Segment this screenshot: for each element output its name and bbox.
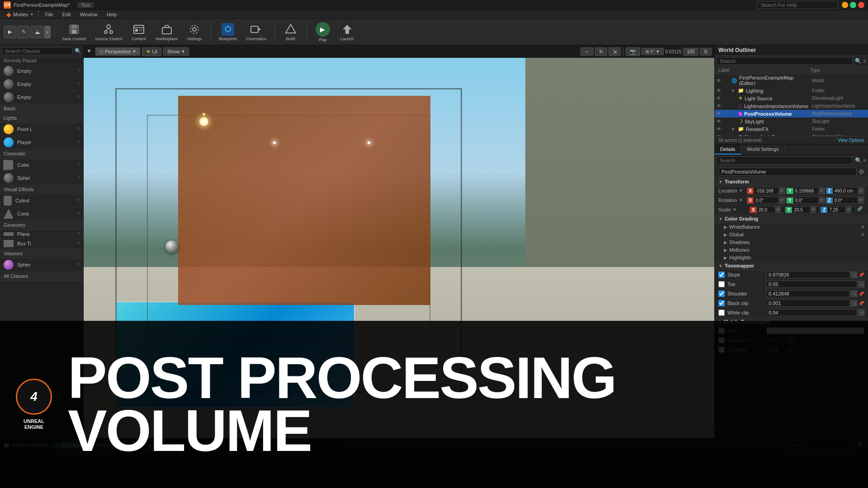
- details-search-icon[interactable]: 🔍: [855, 157, 862, 164]
- slope-checkbox[interactable]: [718, 272, 725, 278]
- search-classes-icon[interactable]: 🔍: [75, 48, 81, 54]
- tree-item-ppv[interactable]: 👁 ◼ PostProcessVolume PostProcessVolume: [715, 110, 868, 117]
- location-z-input[interactable]: Z ↺: [826, 187, 864, 194]
- tree-item-renderfx[interactable]: 👁 ▼ 📁 RenderFX Folder: [715, 125, 868, 133]
- list-item[interactable]: Cube ?: [0, 159, 83, 172]
- outliner-settings-icon[interactable]: ≡: [863, 58, 866, 64]
- white-balance-row[interactable]: ▶ WhiteBalance ↺: [715, 223, 868, 231]
- white-clip-value-input[interactable]: [766, 309, 857, 316]
- rotation-z-field[interactable]: [833, 197, 858, 203]
- rotation-x-reset[interactable]: ↺: [778, 197, 785, 203]
- build-button[interactable]: Build: [279, 21, 302, 43]
- view-options-link[interactable]: View Options: [838, 138, 864, 143]
- tree-item-lighting[interactable]: 👁 ▼ 📁 Lighting Folder: [715, 87, 868, 94]
- scale-x-reset[interactable]: ↺: [775, 206, 781, 213]
- details-search-input[interactable]: [717, 156, 853, 164]
- scale-y-field[interactable]: [792, 207, 810, 213]
- white-clip-slider-btn[interactable]: ◁: [858, 310, 864, 316]
- scale-lock-icon[interactable]: 🔗: [857, 206, 864, 213]
- saturation-value-input[interactable]: [766, 337, 784, 344]
- breadcrumb-content[interactable]: Content: [167, 442, 184, 448]
- help-icon-9[interactable]: ?: [77, 211, 80, 216]
- visibility-icon7[interactable]: 👁: [717, 127, 721, 131]
- scale-x-input[interactable]: X ↺: [750, 206, 784, 213]
- rotation-x-field[interactable]: [754, 197, 778, 203]
- location-x-reset[interactable]: ↺: [778, 188, 785, 194]
- visibility-icon6[interactable]: 👁: [717, 119, 721, 124]
- menu-file[interactable]: File: [41, 10, 58, 19]
- tonemapper-header[interactable]: ▼ Tonemapper: [715, 262, 868, 270]
- source-control-button[interactable]: Source Control: [91, 21, 126, 43]
- help-icon-4[interactable]: ?: [77, 127, 80, 132]
- section-basic[interactable]: Basic: [0, 104, 83, 113]
- minimize-btn[interactable]: [842, 2, 848, 8]
- help-search[interactable]: [757, 1, 838, 9]
- contrast-value-input[interactable]: [766, 346, 784, 353]
- visibility-icon5[interactable]: 👁: [717, 111, 721, 116]
- modes-button[interactable]: ◆ Modes ▼: [2, 10, 39, 19]
- visibility-icon3[interactable]: 👁: [717, 96, 721, 101]
- list-item[interactable]: Cylind ?: [0, 194, 83, 207]
- help-icon-2[interactable]: ?: [77, 82, 80, 87]
- maximize-btn[interactable]: [850, 2, 856, 8]
- tool-expand[interactable]: ›: [44, 26, 51, 38]
- white-clip-checkbox[interactable]: [718, 310, 725, 316]
- help-icon-11[interactable]: ?: [77, 241, 80, 246]
- shadows-row[interactable]: ▶ Shadows: [715, 239, 868, 246]
- saturation-checkbox[interactable]: [718, 337, 725, 343]
- visibility-icon4[interactable]: 👁: [717, 103, 721, 108]
- grid-snap-button[interactable]: ⊞ 5° ▼: [642, 48, 664, 55]
- slope-value-input[interactable]: [766, 271, 850, 278]
- scale-button[interactable]: ⇲: [609, 47, 621, 56]
- help-icon-6[interactable]: ?: [77, 163, 80, 168]
- help-icon-12[interactable]: ?: [77, 263, 80, 267]
- help-icon-1[interactable]: ?: [77, 69, 80, 74]
- section-lights[interactable]: Lights: [0, 113, 83, 123]
- save-all-button[interactable]: Save All: [116, 441, 142, 449]
- shoulder-pin-btn[interactable]: 📌: [858, 291, 864, 297]
- mobile-tonemapper-header[interactable]: ▶ Mobile Tonemapper: [715, 318, 868, 326]
- shoulder-slider-btn[interactable]: ◁: [851, 291, 857, 297]
- scale-z-field[interactable]: [827, 207, 845, 213]
- section-geometry[interactable]: Geometry: [0, 221, 83, 230]
- scale-z-input[interactable]: Z ↺: [821, 206, 855, 213]
- scale-y-input[interactable]: Y ↺: [785, 206, 820, 213]
- outliner-search-input[interactable]: [717, 57, 853, 65]
- content-button[interactable]: Content: [127, 21, 150, 43]
- global-row[interactable]: ▶ Global ↺: [715, 231, 868, 239]
- camera-speed-button[interactable]: 📷: [626, 47, 640, 56]
- content-search-input[interactable]: [783, 441, 856, 449]
- section-visual-effects[interactable]: Visual Effects: [0, 185, 83, 194]
- menu-help[interactable]: Help: [102, 10, 122, 19]
- scale-x-field[interactable]: [757, 207, 775, 213]
- location-z-field[interactable]: [833, 188, 858, 194]
- scale-y-reset[interactable]: ↺: [810, 206, 816, 213]
- add-new-button[interactable]: + Add New ▼: [52, 441, 90, 449]
- rotation-x-input[interactable]: X ↺: [747, 197, 785, 204]
- help-icon-7[interactable]: ?: [77, 176, 80, 181]
- list-item[interactable]: Spher ?: [0, 258, 83, 272]
- settings-button[interactable]: Settings: [183, 21, 206, 43]
- menu-window[interactable]: Window: [75, 10, 102, 19]
- tree-item-fog[interactable]: 👁 ≋ AtmosphericFog AtmosphericFog: [715, 133, 868, 136]
- marketplace-button[interactable]: Marketplace: [152, 21, 181, 43]
- location-z-reset[interactable]: ↺: [858, 188, 864, 194]
- toggle-realtime[interactable]: G: [700, 48, 712, 56]
- location-x-field[interactable]: [754, 188, 778, 194]
- nav-back-button[interactable]: ◂: [144, 440, 154, 450]
- cinematics-button[interactable]: Cinematics: [242, 21, 270, 43]
- transform-section-header[interactable]: ▼ Transform: [715, 178, 868, 186]
- collapse-icon[interactable]: ▼: [731, 89, 735, 93]
- rotation-z-reset[interactable]: ↺: [858, 197, 864, 203]
- close-btn[interactable]: [858, 2, 864, 8]
- list-item[interactable]: Point L ?: [0, 123, 83, 136]
- launch-button[interactable]: Launch: [336, 21, 359, 43]
- list-item[interactable]: Player ?: [0, 136, 83, 149]
- section-cinematic[interactable]: Cinematic: [0, 149, 83, 159]
- rotation-y-reset[interactable]: ↺: [818, 197, 825, 203]
- visibility-icon2[interactable]: 👁: [717, 88, 721, 93]
- toe-slider-btn[interactable]: ◁: [858, 281, 864, 287]
- saturation-slider-btn[interactable]: ◁: [787, 337, 793, 343]
- collapse-renderfx-icon[interactable]: ▼: [731, 127, 735, 131]
- play-button[interactable]: ▶ Play: [311, 20, 334, 44]
